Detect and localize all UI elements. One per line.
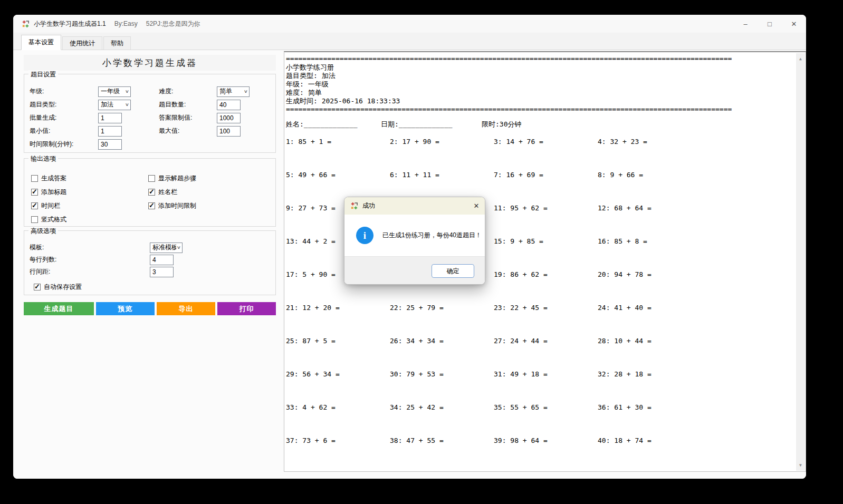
checkbox-autosave[interactable] [34, 284, 41, 290]
row-spacing-input[interactable] [150, 267, 174, 277]
template-select[interactable]: 标准模板 ∨ [150, 243, 183, 253]
question-item: 7: 16 + 69 = [494, 171, 598, 204]
checkbox-vertical-format-label: 竖式格式 [41, 215, 66, 224]
group-advanced-options: 高级选项 模板: 标准模板 ∨ 每行列数: 行间距: [24, 230, 276, 295]
question-item: 16: 85 + 8 = [598, 237, 702, 270]
time-limit-input[interactable] [98, 139, 122, 150]
min-value-input[interactable] [98, 126, 122, 137]
generate-button[interactable]: 生成题目 [24, 302, 94, 315]
window-byline: By:Easy [114, 20, 138, 27]
row-spacing-label: 行间距: [30, 267, 150, 276]
checkbox-time-column[interactable] [31, 202, 38, 209]
template-label: 模板: [30, 243, 150, 252]
answer-limit-input[interactable] [217, 113, 241, 123]
checkbox-name-column-label: 姓名栏 [158, 188, 177, 197]
dialog-title-bar: 成功 ✕ [344, 197, 485, 215]
checkbox-show-steps[interactable] [148, 175, 155, 182]
tab-strip: 基本设置 使用统计 帮助 [13, 33, 806, 50]
export-button[interactable]: 导出 [157, 302, 215, 315]
chevron-down-icon: ∨ [244, 89, 248, 94]
action-buttons: 生成题目 预览 导出 打印 [24, 302, 276, 315]
question-item: 36: 61 + 30 = [598, 403, 702, 437]
question-item: 34: 25 + 42 = [390, 403, 494, 437]
count-input[interactable] [217, 100, 241, 110]
time-limit-label: 时间限制(分钟): [30, 140, 98, 149]
checkbox-vertical-format[interactable] [31, 216, 38, 223]
max-value-input[interactable] [217, 126, 241, 137]
window-credit: 52PJ:思念是因为你 [146, 20, 200, 28]
print-button[interactable]: 打印 [217, 302, 276, 315]
checkbox-generate-answers[interactable] [31, 175, 38, 182]
question-item: 33: 4 + 62 = [286, 403, 390, 437]
question-item: 4: 32 + 23 = [598, 138, 702, 171]
worksheet-difficulty: 难度: 简单 [286, 88, 794, 96]
question-item: 38: 47 + 55 = [390, 437, 494, 470]
count-label: 题目数量: [159, 100, 217, 109]
info-icon: i [356, 227, 373, 244]
date-blank-field: 日期:_____________ [381, 120, 482, 129]
question-item: 29: 56 + 34 = [286, 370, 390, 403]
time-limit-text: 限时:30分钟 [482, 120, 521, 129]
question-item: 31: 49 + 18 = [494, 370, 598, 403]
batch-input[interactable] [98, 113, 122, 123]
close-button[interactable]: ✕ [782, 15, 806, 33]
question-item: 3: 14 + 76 = [494, 138, 598, 171]
checkbox-add-time-limit[interactable] [148, 202, 155, 209]
dialog-message: 已生成1份练习册，每份40道题目！ [382, 231, 482, 240]
question-item: 25: 87 + 5 = [286, 337, 390, 370]
chevron-down-icon: ∨ [177, 245, 181, 250]
question-item: 35: 55 + 65 = [494, 403, 598, 437]
tab-help[interactable]: 帮助 [103, 36, 131, 50]
difficulty-label: 难度: [159, 87, 217, 96]
checkbox-time-column-label: 时间栏 [41, 201, 60, 210]
dialog-close-button[interactable]: ✕ [468, 197, 485, 215]
window-title: 小学生数学习题生成器1.1 [34, 20, 106, 28]
difficulty-select-value: 简单 [219, 87, 243, 96]
scrollbar-up-icon[interactable]: ▲ [796, 54, 805, 63]
group-question-settings-label: 题目设置 [28, 70, 58, 79]
separator-line: ========================================… [286, 105, 794, 113]
question-item: 19: 86 + 62 = [494, 270, 598, 304]
worksheet-name-row: 姓名:_____________ 日期:_____________ 限时:30分… [286, 120, 794, 129]
question-item: 11: 95 + 62 = [494, 204, 598, 237]
question-grid: 1: 85 + 1 = 2: 17 + 90 = 3: 14 + 76 = 4:… [286, 138, 794, 470]
columns-per-row-input[interactable] [150, 255, 174, 265]
group-output-options-label: 输出选项 [28, 154, 58, 163]
question-item: 28: 10 + 44 = [598, 337, 702, 370]
close-icon: ✕ [791, 20, 797, 28]
group-question-settings: 题目设置 年级: 一年级 ∨ 难度: 简单 ∨ [24, 74, 276, 153]
window-controls: – □ ✕ [733, 15, 806, 33]
max-value-label: 最大值: [159, 127, 217, 135]
difficulty-select[interactable]: 简单 ∨ [217, 86, 250, 97]
preview-button[interactable]: 预览 [96, 302, 155, 315]
chevron-down-icon: ∨ [125, 89, 129, 94]
group-advanced-options-label: 高级选项 [28, 227, 58, 236]
vertical-scrollbar[interactable]: ▲ ▼ [796, 53, 805, 471]
dialog-footer: 确定 [344, 256, 485, 285]
answer-limit-label: 答案限制值: [159, 113, 217, 122]
worksheet-type: 题目类型: 加法 [286, 71, 794, 80]
maximize-button[interactable]: □ [758, 15, 782, 33]
minimize-button[interactable]: – [733, 15, 758, 33]
checkbox-name-column[interactable] [148, 189, 155, 196]
minimize-icon: – [743, 20, 747, 28]
question-item: 32: 28 + 18 = [598, 370, 702, 403]
question-item: 37: 73 + 6 = [286, 437, 390, 470]
type-select[interactable]: 加法 ∨ [98, 100, 131, 110]
columns-per-row-label: 每行列数: [30, 255, 150, 264]
scrollbar-down-icon[interactable]: ▼ [796, 461, 805, 470]
ok-button[interactable]: 确定 [432, 264, 474, 278]
question-item: 2: 17 + 90 = [390, 138, 494, 171]
checkbox-autosave-label: 自动保存设置 [44, 283, 82, 292]
worksheet-grade: 年级: 一年级 [286, 80, 794, 88]
tab-basic-settings[interactable]: 基本设置 [21, 35, 61, 50]
grade-label: 年级: [30, 87, 98, 96]
type-select-value: 加法 [101, 100, 124, 109]
maximize-icon: □ [768, 20, 772, 28]
grade-select[interactable]: 一年级 ∨ [98, 86, 131, 97]
close-icon: ✕ [474, 202, 480, 210]
tab-usage-stats[interactable]: 使用统计 [62, 36, 102, 50]
question-item: 12: 68 + 64 = [598, 204, 702, 237]
checkbox-add-title[interactable] [31, 189, 38, 196]
checkbox-generate-answers-label: 生成答案 [41, 174, 66, 183]
